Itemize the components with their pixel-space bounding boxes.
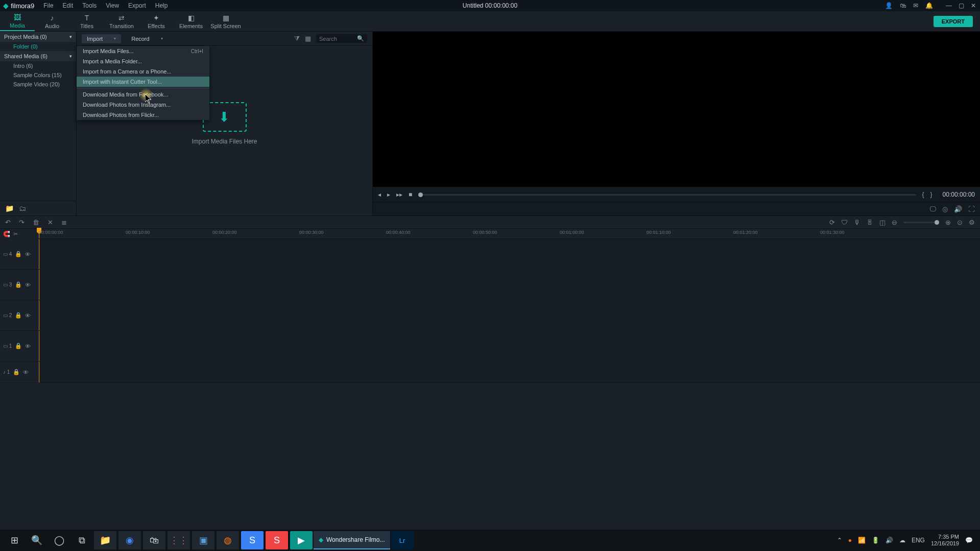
taskbar-app6[interactable]: ▶ xyxy=(290,531,313,549)
tab-media[interactable]: 🖼 Media xyxy=(0,11,35,31)
record-dropdown[interactable]: Record ▾ xyxy=(126,34,168,43)
menu-help[interactable]: Help xyxy=(155,2,168,9)
tray-lang[interactable]: ENG xyxy=(912,537,925,544)
taskbar-app2[interactable]: ▣ xyxy=(192,531,214,549)
tray-volume-icon[interactable]: 🔊 xyxy=(886,537,893,544)
play-icon[interactable]: ▸ xyxy=(387,191,390,198)
track-body[interactable] xyxy=(39,270,980,300)
sidebar-item-intro[interactable]: Intro (6) xyxy=(0,61,76,70)
marker-icon[interactable]: 🛡 xyxy=(841,219,848,226)
eye-icon[interactable]: 👁 xyxy=(23,369,29,375)
tray-chevron-icon[interactable]: ⌃ xyxy=(837,537,842,544)
cart-icon[interactable]: 🛍 xyxy=(900,2,906,9)
search-input[interactable] xyxy=(319,36,354,42)
tab-titles[interactable]: T Titles xyxy=(69,11,104,31)
close-icon[interactable]: ✕ xyxy=(47,219,53,226)
start-button[interactable]: ⊞ xyxy=(3,531,26,549)
tab-audio[interactable]: ♪ Audio xyxy=(35,11,69,31)
taskbar-app5[interactable]: S xyxy=(266,531,288,549)
maximize-icon[interactable]: ▢ xyxy=(958,2,965,9)
zoom-in-icon[interactable]: ⊕ xyxy=(945,219,951,226)
menu-tools[interactable]: Tools xyxy=(82,2,97,9)
menu-file[interactable]: File xyxy=(43,2,53,9)
menu-download-instagram[interactable]: Download Photos from Instagram... xyxy=(77,100,209,110)
menu-download-flickr[interactable]: Download Photos from Flickr... xyxy=(77,110,209,120)
taskbar-app3[interactable]: ◍ xyxy=(217,531,239,549)
render-icon[interactable]: ⟳ xyxy=(829,219,835,226)
menu-import-media-files[interactable]: Import Media Files... Ctrl+I xyxy=(77,46,209,56)
eye-icon[interactable]: 👁 xyxy=(25,343,31,349)
tab-elements[interactable]: ◧ Elements xyxy=(174,11,208,31)
timeline-ruler[interactable]: 00:00:00:0000:00:10:0000:00:20:0000:00:3… xyxy=(39,229,980,239)
next-frame-icon[interactable]: ▸▸ xyxy=(396,191,402,198)
zoom-fit-icon[interactable]: ⊙ xyxy=(957,219,963,226)
import-dropdown[interactable]: Import ▾ xyxy=(82,34,121,43)
bell-icon[interactable]: 🔔 xyxy=(925,2,933,9)
user-icon[interactable]: 👤 xyxy=(885,2,893,9)
menu-download-facebook[interactable]: Download Media from Facebook... xyxy=(77,89,209,100)
taskbar-chrome[interactable]: ◉ xyxy=(118,531,141,549)
menu-export[interactable]: Export xyxy=(128,2,146,9)
volume-icon[interactable]: 🔊 xyxy=(954,205,962,213)
export-button[interactable]: EXPORT xyxy=(934,16,973,27)
preview-screen[interactable] xyxy=(373,32,980,187)
add-folder-icon[interactable]: 📁 xyxy=(5,204,14,212)
menu-import-instant-cutter[interactable]: Import with Instant Cutter Tool... xyxy=(77,77,209,87)
quality-icon[interactable]: ◎ xyxy=(942,205,948,213)
mark-out-icon[interactable]: } xyxy=(930,191,933,198)
zoom-slider[interactable] xyxy=(903,222,939,223)
prev-frame-icon[interactable]: ◂ xyxy=(378,191,381,198)
project-media-header[interactable]: Project Media (0) ▾ xyxy=(0,32,76,42)
new-folder-icon[interactable]: 🗂 xyxy=(19,204,26,212)
taskbar-explorer[interactable]: 📁 xyxy=(94,531,116,549)
lock-icon[interactable]: 🔒 xyxy=(15,251,22,257)
undo-icon[interactable]: ↶ xyxy=(5,219,11,226)
menu-import-media-folder[interactable]: Import a Media Folder... xyxy=(77,56,209,66)
edit-icon[interactable]: ≣ xyxy=(61,219,67,226)
delete-icon[interactable]: 🗑 xyxy=(33,219,39,226)
mail-icon[interactable]: ✉ xyxy=(913,2,918,9)
lock-icon[interactable]: 🔒 xyxy=(15,312,22,319)
sidebar-item-sample-video[interactable]: Sample Video (20) xyxy=(0,80,76,89)
voiceover-icon[interactable]: 🎙 xyxy=(854,219,861,226)
shared-media-header[interactable]: Shared Media (6) ▾ xyxy=(0,51,76,61)
tray-power-icon[interactable]: ● xyxy=(848,537,852,544)
menu-view[interactable]: View xyxy=(106,2,119,9)
search-icon[interactable]: 🔍 xyxy=(357,35,364,42)
eye-icon[interactable]: 👁 xyxy=(25,251,31,257)
zoom-out-icon[interactable]: ⊖ xyxy=(892,219,897,226)
track-body[interactable] xyxy=(39,300,980,330)
sidebar-item-folder[interactable]: Folder (0) xyxy=(0,42,76,51)
mark-in-icon[interactable]: { xyxy=(922,191,924,198)
track-body[interactable] xyxy=(39,331,980,361)
minimize-icon[interactable]: — xyxy=(945,2,952,9)
tray-clock[interactable]: 7:35 PM 12/16/2019 xyxy=(931,534,959,547)
taskbar-store[interactable]: 🛍 xyxy=(143,531,165,549)
grid-view-icon[interactable]: ▦ xyxy=(305,35,311,42)
tray-battery-icon[interactable]: 🔋 xyxy=(872,537,879,544)
track-body[interactable] xyxy=(39,362,980,382)
taskbar-lightroom[interactable]: Lr xyxy=(391,531,414,549)
tab-split-screen[interactable]: ▦ Split Screen xyxy=(208,11,243,31)
tray-notifications-icon[interactable]: 💬 xyxy=(965,537,973,544)
filter-icon[interactable]: ⧩ xyxy=(294,35,300,43)
fullscreen-icon[interactable]: ⛶ xyxy=(968,205,975,213)
menu-edit[interactable]: Edit xyxy=(63,2,74,9)
track-body[interactable] xyxy=(39,239,980,269)
tray-onedrive-icon[interactable]: ☁ xyxy=(899,537,905,544)
tray-wifi-icon[interactable]: 📶 xyxy=(858,537,866,544)
taskbar-app4[interactable]: S xyxy=(241,531,264,549)
settings-icon[interactable]: ⚙ xyxy=(969,219,975,226)
tab-transition[interactable]: ⇄ Transition xyxy=(104,11,139,31)
lock-icon[interactable]: 🔒 xyxy=(15,343,22,349)
redo-icon[interactable]: ↷ xyxy=(19,219,25,226)
magnet-icon[interactable]: 🧲 xyxy=(3,231,10,237)
stop-icon[interactable]: ■ xyxy=(409,191,412,198)
crop-icon[interactable]: ◫ xyxy=(879,219,886,226)
preview-progress[interactable] xyxy=(418,194,916,196)
tab-effects[interactable]: ✦ Effects xyxy=(139,11,174,31)
taskbar-filmora[interactable]: ◆ Wondershare Filmo... xyxy=(314,531,390,549)
eye-icon[interactable]: 👁 xyxy=(25,282,31,288)
lock-icon[interactable]: 🔒 xyxy=(15,281,22,288)
sidebar-item-sample-colors[interactable]: Sample Colors (15) xyxy=(0,70,76,80)
